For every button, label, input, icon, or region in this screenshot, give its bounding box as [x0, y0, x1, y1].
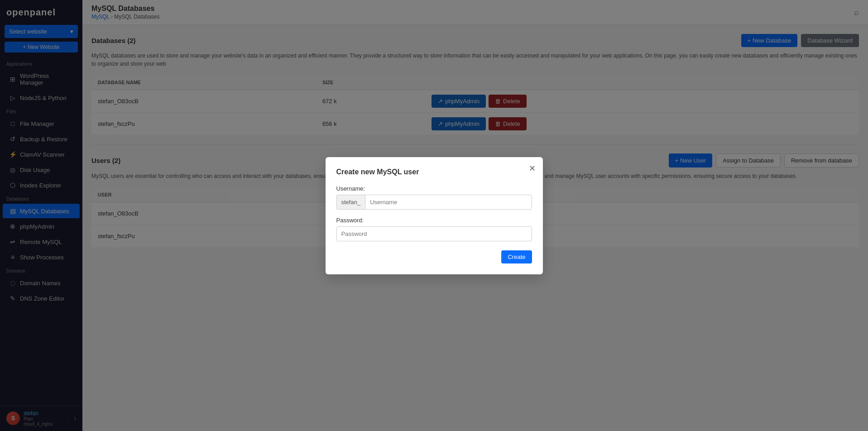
username-input-group: stefan_ [336, 195, 532, 210]
username-input[interactable] [365, 195, 532, 210]
username-label: Username: [336, 185, 532, 192]
password-label: Password: [336, 217, 532, 224]
username-prefix: stefan_ [336, 195, 365, 210]
modal-overlay: Create new MySQL user ✕ Username: stefan… [0, 0, 868, 431]
create-button[interactable]: Create [501, 250, 532, 263]
modal-footer: Create [336, 250, 532, 263]
modal-title: Create new MySQL user [336, 168, 532, 176]
password-input[interactable] [336, 226, 532, 241]
modal-close-button[interactable]: ✕ [529, 164, 536, 172]
username-field-group: Username: stefan_ [336, 185, 532, 210]
create-mysql-user-modal: Create new MySQL user ✕ Username: stefan… [326, 157, 543, 274]
password-field-group: Password: [336, 217, 532, 241]
